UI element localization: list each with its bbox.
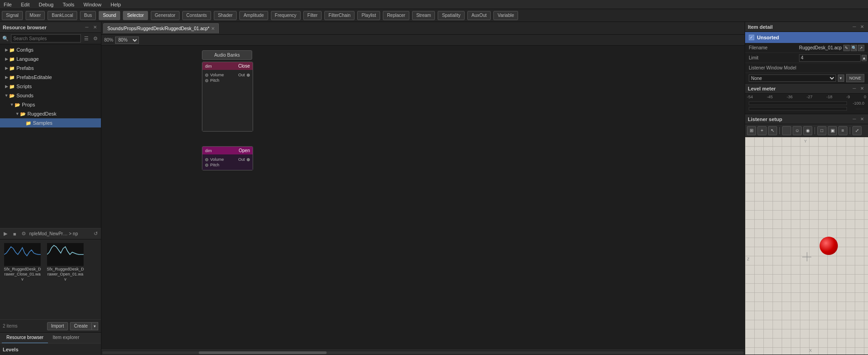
tab-frequency[interactable]: Frequency <box>271 11 301 20</box>
node-open-out-port[interactable]: Out <box>238 157 250 162</box>
tab-stream[interactable]: Stream <box>412 11 435 20</box>
tree-item-configs[interactable]: ▶ 📁 Configs <box>0 45 101 54</box>
tree-item-language[interactable]: ▶ 📁 Language <box>0 54 101 64</box>
limit-input[interactable] <box>799 54 861 62</box>
lt-cursor-btn[interactable]: ↖ <box>768 126 777 135</box>
stop-btn[interactable]: ■ <box>11 230 18 238</box>
search-input[interactable] <box>11 34 81 42</box>
none-arrow-btn[interactable]: ▾ <box>838 74 844 82</box>
none-select[interactable]: None <box>749 74 836 82</box>
tree-arrow: ▶ <box>4 84 9 89</box>
center-scrollbar[interactable] <box>101 350 745 355</box>
lt-face-btn[interactable]: ☺ <box>793 126 802 135</box>
tree-item-samples[interactable]: 📁 Samples <box>0 118 101 127</box>
axis-z-label: Z <box>747 257 750 261</box>
none-action-btn[interactable]: NONE <box>846 74 864 82</box>
play-btn[interactable]: ▶ <box>2 230 9 238</box>
unsorted-row[interactable]: ✓ Unsorted <box>745 32 868 43</box>
unsorted-check[interactable]: ✓ <box>749 35 754 40</box>
thumb-item-close[interactable]: Sfx_RuggedDesk_Drawer_Close_01.wav <box>2 241 43 318</box>
tree-item-props[interactable]: ▼ 📂 Props <box>0 100 101 109</box>
open-out-port-dot <box>247 158 250 161</box>
node-pitch-port[interactable]: Pitch <box>205 78 219 83</box>
filename-arrow-btn[interactable]: ↗ <box>858 45 864 51</box>
btab-item-explorer[interactable]: Item explorer <box>48 333 84 344</box>
tab-selector[interactable]: Selector <box>123 11 148 20</box>
settings-icon[interactable]: ⚙ <box>92 35 99 42</box>
item-detail-close[interactable]: ✕ <box>859 24 865 30</box>
lt-grid-btn[interactable]: ⊞ <box>747 126 756 135</box>
menu-tools[interactable]: Tools <box>61 2 76 7</box>
lt-box1-btn[interactable]: □ <box>817 126 826 135</box>
settings-btn[interactable]: ⚙ <box>20 230 27 238</box>
level-meter-close[interactable]: ✕ <box>859 85 865 92</box>
create-button[interactable]: Create <box>70 322 92 330</box>
lt-eye-btn[interactable]: ◉ <box>803 126 812 135</box>
import-button[interactable]: Import <box>47 322 68 330</box>
filter-icon[interactable]: ☰ <box>83 35 90 42</box>
lt-plus-btn[interactable]: + <box>757 126 767 135</box>
node-close[interactable]: dim Close Volume Out <box>202 62 253 132</box>
menu-edit[interactable]: Edit <box>19 2 32 7</box>
search-icon[interactable]: 🔍 <box>2 35 9 42</box>
tab-filter[interactable]: Filter <box>303 11 322 20</box>
lt-blank-btn[interactable] <box>782 126 791 135</box>
tab-shader[interactable]: Shader <box>214 11 237 20</box>
listener-ball[interactable] <box>820 237 838 255</box>
menu-window[interactable]: Window <box>82 2 103 7</box>
tab-signal[interactable]: Signal <box>2 11 23 20</box>
tab-mixer[interactable]: Mixer <box>26 11 45 20</box>
tree-item-prefabseditable[interactable]: ▶ 📁 PrefabsEditable <box>0 73 101 82</box>
tab-banklocal[interactable]: BankLocal <box>48 11 77 20</box>
lt-sep2 <box>815 127 815 134</box>
menu-help[interactable]: Help <box>109 2 123 7</box>
tab-bus[interactable]: Bus <box>80 11 96 20</box>
node-out-port[interactable]: Out <box>238 73 250 77</box>
close-btn[interactable]: ✕ <box>92 24 98 31</box>
limit-up-btn[interactable]: ▲ <box>862 55 867 61</box>
node-volume-port[interactable]: Volume <box>205 73 224 77</box>
tree-item-sounds[interactable]: ▼ 📂 Sounds <box>0 91 101 100</box>
tab-replacer[interactable]: Replacer <box>383 11 409 20</box>
tab-playlist[interactable]: Playlist <box>357 11 380 20</box>
center-tab-main[interactable]: Sounds/Props/RuggedDesk/RuggedDesk_01.ac… <box>103 23 219 33</box>
node-open-pitch-port[interactable]: Pitch <box>205 163 219 167</box>
listener-viewport[interactable]: X Y Z <box>745 137 868 355</box>
lt-box2-btn[interactable]: ▣ <box>828 126 837 135</box>
listener-setup-close[interactable]: ✕ <box>859 116 865 122</box>
item-detail-minimize[interactable]: ─ <box>851 24 857 30</box>
scrollbar-track[interactable] <box>102 351 744 354</box>
zoom-select[interactable]: 80% 100% 150% <box>115 37 139 44</box>
filename-search-btn[interactable]: 🔍 <box>851 45 857 51</box>
refresh-btn[interactable]: ↺ <box>92 230 99 238</box>
tab-constants[interactable]: Constants <box>182 11 211 20</box>
level-meter-minimize[interactable]: ─ <box>851 85 857 92</box>
btab-resource-browser[interactable]: Resource browser <box>2 333 48 344</box>
filename-edit-btn[interactable]: ✎ <box>843 45 850 51</box>
center-tab-close[interactable]: ✕ <box>211 26 215 31</box>
node-open-volume-port[interactable]: Volume <box>205 157 224 162</box>
tab-amplitude[interactable]: Amplitude <box>239 11 268 20</box>
scrollbar-thumb[interactable] <box>199 351 327 354</box>
tab-variable[interactable]: Variable <box>493 11 518 20</box>
canvas-area[interactable]: Audio Banks dim Close Volume Out <box>101 46 745 350</box>
tab-auxout[interactable]: AuxOut <box>467 11 491 20</box>
listener-setup-minimize[interactable]: ─ <box>851 116 857 122</box>
thumb-item-open[interactable]: Sfx_RuggedDesk_Drawer_Open_01.wav <box>45 241 86 318</box>
minimize-btn[interactable]: ─ <box>84 24 90 31</box>
tree-item-prefabs[interactable]: ▶ 📁 Prefabs <box>0 64 101 73</box>
axis-x-label: X <box>809 348 812 353</box>
lt-lines-btn[interactable]: ≡ <box>838 126 847 135</box>
menu-file[interactable]: File <box>2 2 14 7</box>
tree-item-scripts[interactable]: ▶ 📁 Scripts <box>0 82 101 91</box>
lt-expand-btn[interactable]: ⤢ <box>852 126 862 135</box>
node-open[interactable]: dim Open Volume Out <box>202 146 253 170</box>
tab-sound[interactable]: Sound <box>99 11 120 20</box>
tree-item-ruggeddesk[interactable]: ▼ 📂 RuggedDesk <box>0 109 101 118</box>
tab-spatiality[interactable]: Spatiality <box>438 11 465 20</box>
tab-filterchain[interactable]: FilterChain <box>324 11 355 20</box>
tab-generator[interactable]: Generator <box>151 11 180 20</box>
menu-debug[interactable]: Debug <box>37 2 55 7</box>
listener-window-label: Listener Window Model <box>749 65 799 70</box>
create-arrow-btn[interactable]: ▾ <box>92 322 98 330</box>
